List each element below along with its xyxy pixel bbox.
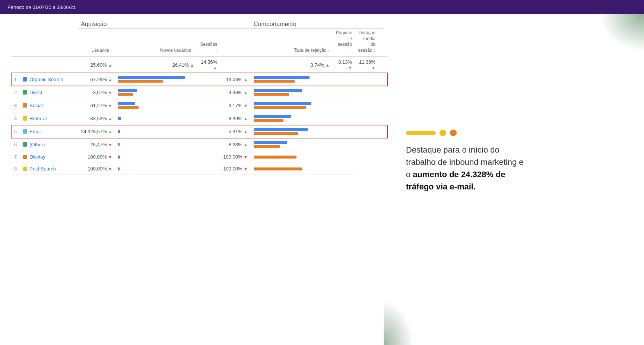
summary-row: 25,60% ▲ 26,41% ▲ 14,36% ▲ 3,74% ▲ xyxy=(11,57,387,73)
pct-usuarios: 100,00% ▼ xyxy=(78,151,115,163)
channel-link[interactable]: Organic Search xyxy=(29,77,63,82)
channel-cell[interactable]: (Other) xyxy=(20,138,78,151)
trend-down-icon: ▼ xyxy=(244,167,248,171)
pct-usuarios: 67,29% ▲ xyxy=(78,73,115,86)
table-row: 4 Referral 83,52% ▲ 8,39% ▲ xyxy=(11,112,387,125)
bar-cell xyxy=(115,99,197,112)
trend-up-icon: ▲ xyxy=(244,90,248,95)
table-row: 3 Social 61,27% ▼ 3,17% ▼ xyxy=(11,99,387,112)
bar-blue xyxy=(254,115,291,118)
trend-up-icon: ▲ xyxy=(244,143,248,147)
bar-orange xyxy=(118,106,139,109)
row-end-spacer xyxy=(333,86,355,99)
spacer xyxy=(197,151,220,163)
bar-orange xyxy=(254,80,295,83)
pct-taxa: 4,36% ▲ xyxy=(220,86,251,99)
bar-blue xyxy=(254,102,311,105)
dot-circle-2 xyxy=(450,130,457,136)
table-row: 7 Display 100,00% ▼ 100,00% ▼ xyxy=(11,151,387,163)
bar-cell xyxy=(251,86,333,99)
bar-container xyxy=(254,89,328,96)
trend-up-icon: ▲ xyxy=(108,77,112,82)
channel-link[interactable]: Direct xyxy=(29,90,42,95)
bar-container xyxy=(118,167,193,170)
channel-link[interactable]: Email xyxy=(29,129,42,134)
bar-orange xyxy=(254,93,289,96)
bar-blue xyxy=(254,76,310,79)
channel-cell[interactable]: Referral xyxy=(20,112,78,125)
channel-dot xyxy=(23,116,27,121)
channel-link[interactable]: Display xyxy=(29,154,45,160)
channel-dot xyxy=(23,129,27,134)
summary-duracao-trend: ▲ xyxy=(371,66,375,70)
bar-blue xyxy=(118,117,121,120)
col-novos: Novos usuários ↕ xyxy=(115,29,197,57)
table-row: 2 Direct 3,67% ▼ 4,36% ▲ xyxy=(11,86,387,99)
channel-cell[interactable]: Email xyxy=(20,125,78,138)
channel-cell[interactable]: Social xyxy=(20,99,78,112)
bar-orange xyxy=(254,145,280,148)
bar-container xyxy=(254,76,328,83)
row-number: 1 xyxy=(11,73,20,86)
pct-taxa: 8,39% ▲ xyxy=(220,112,251,125)
summary-taxa-trend: ▲ xyxy=(326,63,330,67)
summary-sessoes-trend: ▲ xyxy=(213,66,217,70)
channel-cell[interactable]: Direct xyxy=(20,86,78,99)
spacer xyxy=(197,112,220,125)
row-end-spacer xyxy=(333,151,355,163)
summary-usuarios-trend: ▲ xyxy=(108,63,112,67)
row-number: 7 xyxy=(11,151,20,163)
col-duracao: Duração média da sessão ↕ xyxy=(355,29,378,57)
table-row: 8 Paid Search 100,00% ▼ 100,00% ▼ xyxy=(11,163,387,175)
bar-orange xyxy=(118,80,163,83)
trend-up-icon: ▲ xyxy=(108,130,112,134)
col-channel xyxy=(20,29,78,57)
bar-blue xyxy=(118,130,120,133)
row-number: 5 xyxy=(11,125,20,138)
channel-link[interactable]: Paid Search xyxy=(29,166,56,172)
col-usuarios: Usuários ↓ xyxy=(78,29,115,57)
bar-cell xyxy=(251,163,333,175)
table-row: 5 Email 24.328,57% ▲ 5,31% ▲ xyxy=(11,125,387,138)
bar-blue xyxy=(254,89,302,92)
bar-blue xyxy=(118,167,120,170)
pct-usuarios: 61,27% ▼ xyxy=(78,99,115,112)
bar-cell xyxy=(115,112,197,125)
bar-container xyxy=(254,141,328,148)
summary-novos: 26,41% xyxy=(172,62,189,68)
channel-dot xyxy=(23,77,27,82)
bar-cell xyxy=(115,138,197,151)
summary-paginas: 8,13% xyxy=(338,59,352,65)
summary-taxa: 3,74% xyxy=(311,62,324,68)
bar-blue xyxy=(118,76,185,79)
channel-link[interactable]: Referral xyxy=(29,116,47,121)
pct-taxa: 5,31% ▲ xyxy=(220,125,251,138)
dot-circle-1 xyxy=(440,130,446,136)
channel-link[interactable]: (Other) xyxy=(29,142,45,147)
channel-cell[interactable]: Organic Search xyxy=(20,73,78,86)
bar-orange xyxy=(254,106,306,109)
analytics-table-section: Aquisição Comportamento Usuários ↓ Novos… xyxy=(0,14,395,345)
channel-cell[interactable]: Paid Search xyxy=(20,163,78,175)
row-end-spacer xyxy=(333,163,355,175)
bar-container xyxy=(118,117,193,120)
pct-usuarios: 100,00% ▼ xyxy=(78,163,115,175)
trend-up-icon: ▲ xyxy=(244,77,248,82)
bar-orange xyxy=(254,119,283,122)
period-label: Período de 01/07/20 a 30/06/21 xyxy=(7,4,76,10)
channel-link[interactable]: Social xyxy=(29,103,42,108)
bar-container xyxy=(118,143,193,146)
channel-cell[interactable]: Display xyxy=(20,151,78,163)
pct-taxa: 3,17% ▼ xyxy=(220,99,251,112)
col-paginas: Páginas / sessão ↕ xyxy=(333,29,355,57)
row-number: 3 xyxy=(11,99,20,112)
bar-orange xyxy=(254,167,302,170)
bar-cell xyxy=(251,151,333,163)
pct-usuarios: 3,67% ▼ xyxy=(78,86,115,99)
pct-usuarios: 83,52% ▲ xyxy=(78,112,115,125)
bar-container xyxy=(118,102,193,109)
bar-cell xyxy=(251,73,333,86)
bar-container xyxy=(254,156,328,159)
bar-orange xyxy=(254,156,296,159)
bar-blue xyxy=(254,128,308,131)
